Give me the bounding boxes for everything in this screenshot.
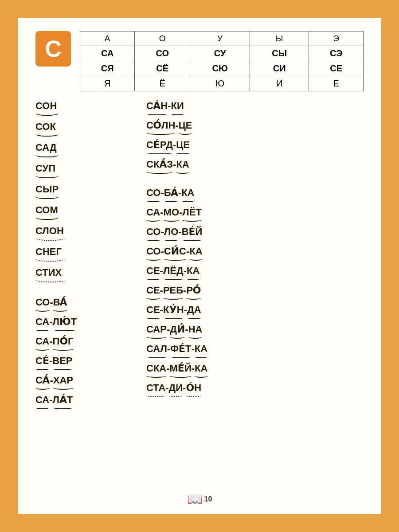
footer: 📖 10 — [18, 492, 381, 506]
main-letter: С — [45, 35, 62, 62]
cell-su: СУ — [190, 46, 250, 61]
word-slon: СЛОН — [35, 225, 133, 241]
word-salat: СА - ЛА́Т — [35, 394, 133, 409]
cell-se1: СЭ — [309, 46, 364, 61]
word-sever: СЕ́ - ВЕР — [35, 355, 133, 370]
word-sapog: СА - ПО́Г — [35, 336, 133, 351]
word-syr: СЫР — [35, 184, 133, 199]
header-a: А — [80, 31, 135, 46]
word-sekunda: СЕ - КУ́Н - ДА — [146, 304, 364, 319]
cell-yu: Ю — [190, 76, 250, 91]
word-salfetka: САЛ - ФЕ́Т - КА — [146, 343, 364, 358]
header-area: С А О У Ы Э СА СО СУ СЫ СЭ СЯ СЁ СЮ СИ — [35, 31, 364, 91]
word-skazka: СКА́З - КА — [146, 159, 364, 174]
left-column: СОН СОК САД СУП СЫР СОМ — [35, 100, 133, 414]
word-sup: СУП — [35, 163, 133, 178]
cell-i: И — [250, 76, 309, 91]
page-number: 10 — [204, 495, 212, 503]
cell-syo: СЁ — [135, 61, 190, 76]
word-sok: СОК — [35, 121, 133, 137]
right-column: СА́Н - КИ СО́ЛН - ЦЕ СЕ́РД - ЦЕ СКА́З - … — [146, 100, 364, 414]
cell-yo: Ё — [135, 76, 190, 91]
header-y: Ы — [250, 31, 309, 46]
cell-ya: Я — [80, 76, 135, 91]
word-sardina: САР - ДИ́ - НА — [146, 324, 364, 339]
word-stih: СТИХ — [35, 267, 133, 282]
word-stadion: СТА - ДИ - О́Н — [146, 382, 364, 397]
word-samolyot: СА - МО - ЛЁТ — [146, 207, 364, 222]
cell-sy: СЫ — [250, 46, 309, 61]
word-salyut: СА - ЛЮ́Т — [35, 316, 133, 331]
cell-si: СИ — [250, 61, 309, 76]
word-son: СОН — [35, 100, 133, 116]
word-solntse: СО́ЛН - ЦЕ — [146, 120, 364, 135]
header-u: У — [190, 31, 250, 46]
word-sova: СО - ВА́ — [35, 297, 133, 312]
words-section: СОН СОК САД СУП СЫР СОМ — [35, 100, 364, 414]
word-sad: САД — [35, 142, 133, 157]
letter-box: С — [35, 31, 71, 66]
header-o: О — [135, 31, 190, 46]
word-sanki: СА́Н - КИ — [146, 100, 364, 115]
cell-so: СО — [135, 46, 190, 61]
word-som: СОМ — [35, 204, 133, 220]
word-sneg: СНЕГ — [35, 246, 133, 262]
page: С А О У Ы Э СА СО СУ СЫ СЭ СЯ СЁ СЮ СИ — [18, 18, 381, 514]
word-sahar: СА́ - ХАР — [35, 375, 133, 390]
word-serebro: СЕ - РЕБ - РО́ — [146, 285, 364, 300]
syllable-table: А О У Ы Э СА СО СУ СЫ СЭ СЯ СЁ СЮ СИ СЕ — [80, 31, 364, 91]
cell-syu: СЮ — [190, 61, 250, 76]
word-serdtse: СЕ́РД - ЦЕ — [146, 139, 364, 154]
header-e: Э — [309, 31, 364, 46]
word-sosiska: СО - СИ́С - КА — [146, 246, 364, 261]
book-icon: 📖 — [187, 492, 203, 506]
cell-sa: СА — [80, 46, 135, 61]
word-solovey: СО - ЛО - ВЕ́Й — [146, 226, 364, 241]
word-selyodka: СЕ - ЛЁД - КА — [146, 265, 364, 280]
cell-se2: СЕ — [309, 61, 364, 76]
word-sobaka: СО - БА́ - КА — [146, 187, 364, 202]
cell-e: Е — [309, 76, 364, 91]
cell-sya: СЯ — [80, 61, 135, 76]
word-skameyka: СКА - МЕ́Й - КА — [146, 363, 364, 378]
